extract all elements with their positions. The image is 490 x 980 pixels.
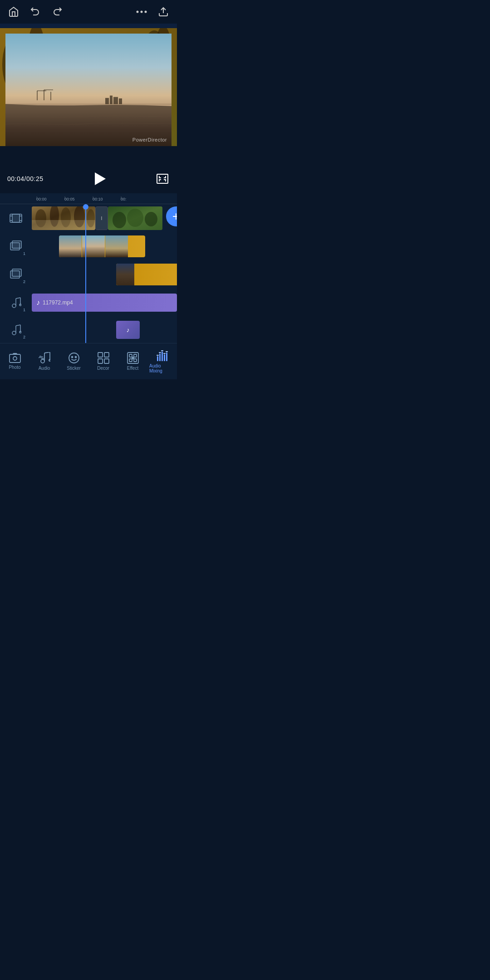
svg-rect-65 [98, 359, 103, 363]
overlay1-track-icon: 1 [5, 235, 27, 258]
forest-clip[interactable] [32, 206, 95, 230]
svg-rect-70 [129, 359, 132, 362]
audio-mixing-icon [157, 350, 168, 362]
tab-decor-label: Decor [97, 366, 109, 371]
audio1-track-icon: 1 [5, 291, 27, 314]
undo-button[interactable] [29, 5, 42, 18]
svg-rect-42 [12, 269, 21, 276]
svg-point-38 [145, 212, 157, 226]
green-clip[interactable] [108, 206, 162, 230]
svg-point-62 [75, 357, 76, 358]
main-track-clips: I [32, 206, 177, 230]
svg-rect-73 [157, 356, 158, 361]
top-bar-left [7, 5, 64, 18]
main-video-track[interactable]: I [32, 204, 177, 232]
svg-point-0 [137, 11, 139, 13]
audio-clip-1[interactable]: ♪ 117972.mp4 [32, 294, 177, 312]
audio1-badge: 1 [23, 308, 25, 312]
ruler-mark-10: 00:10 [93, 197, 121, 201]
bottom-nav: Photo Audio Stic [0, 343, 177, 379]
tab-photo[interactable]: Photo [0, 343, 29, 379]
time-display: 00:04/00:25 [7, 175, 43, 182]
tab-effect[interactable]: Effect [118, 343, 147, 379]
audio-filename: 117972.mp4 [43, 299, 73, 306]
svg-rect-14 [113, 97, 118, 104]
svg-rect-64 [104, 353, 109, 357]
timeline-ruler: 00:00 00:05 00:10 00: [0, 193, 177, 204]
tab-audio-label: Audio [39, 366, 50, 371]
audio-track-2[interactable]: 2 ♪ [32, 317, 177, 343]
svg-point-2 [145, 11, 147, 13]
ruler-mark-0: 00:00 [36, 197, 64, 201]
overlay2-badge: 2 [23, 279, 25, 284]
fullscreen-button[interactable] [155, 172, 170, 186]
svg-rect-12 [105, 98, 109, 104]
export-button[interactable] [157, 5, 170, 18]
overlay-track-1[interactable]: 1 [32, 232, 177, 260]
svg-rect-79 [159, 352, 161, 353]
svg-rect-78 [157, 355, 159, 356]
svg-point-36 [113, 212, 126, 228]
photo-icon [9, 353, 21, 363]
ruler-mark-15: 00: [121, 197, 149, 201]
svg-rect-69 [134, 354, 137, 357]
overlay-track-2[interactable]: 2 [32, 260, 177, 289]
redo-button[interactable] [51, 5, 64, 18]
svg-rect-74 [159, 353, 161, 361]
overlay-clip-2[interactable] [116, 264, 177, 285]
svg-rect-75 [162, 352, 163, 361]
svg-line-57 [44, 352, 50, 353]
svg-rect-53 [10, 354, 20, 363]
svg-point-1 [141, 11, 143, 13]
ruler-marks: 00:00 00:05 00:10 00: [36, 197, 177, 201]
tab-audio-mixing[interactable]: Audio Mixing [147, 343, 177, 379]
svg-rect-77 [166, 353, 167, 361]
svg-point-60 [69, 353, 79, 363]
video-background: PowerDirector [0, 28, 177, 146]
below-video-spacer [0, 146, 177, 164]
main-track-icon [5, 207, 27, 230]
svg-point-43 [12, 304, 16, 308]
top-bar-right [135, 5, 170, 18]
playback-controls: 00:04/00:25 [0, 164, 177, 193]
timeline-area: 00:00 00:05 00:10 00: [0, 193, 177, 343]
audio-track-1[interactable]: 1 ♪ 117972.mp4 [32, 289, 177, 317]
video-watermark: PowerDirector [132, 137, 167, 142]
audio-note-1: ♪ [36, 299, 40, 307]
svg-rect-81 [163, 353, 166, 354]
tab-photo-label: Photo [9, 365, 20, 370]
tab-sticker[interactable]: Sticker [59, 343, 88, 379]
tab-effect-label: Effect [127, 366, 138, 371]
svg-point-72 [132, 357, 134, 359]
svg-rect-68 [129, 354, 132, 357]
audio2-badge: 2 [23, 335, 25, 339]
tab-audio-mixing-label: Audio Mixing [149, 363, 175, 373]
sticker-icon [68, 352, 80, 364]
svg-point-55 [41, 359, 44, 363]
svg-point-37 [127, 209, 143, 227]
tab-sticker-label: Sticker [67, 366, 81, 371]
svg-line-50 [16, 325, 20, 326]
svg-rect-71 [134, 359, 137, 362]
timeline-tracks: I [0, 204, 177, 343]
play-button[interactable] [89, 169, 109, 189]
video-main-frame: PowerDirector [5, 34, 172, 146]
audio-note-2: ♪ [127, 326, 130, 333]
overlay-clip-1[interactable] [59, 235, 145, 257]
tab-decor[interactable]: Decor [88, 343, 118, 379]
svg-rect-80 [161, 350, 163, 351]
tab-audio[interactable]: Audio [29, 343, 59, 379]
add-clip-button[interactable]: + [166, 206, 177, 226]
audio-clip-2[interactable]: ♪ [116, 321, 140, 339]
svg-rect-82 [166, 351, 168, 352]
more-options-button[interactable] [135, 5, 148, 18]
video-preview-area: PowerDirector [0, 24, 177, 146]
svg-line-45 [16, 298, 20, 299]
ruler-mark-5: 00:05 [64, 197, 93, 201]
clip-transition[interactable]: I [95, 206, 108, 230]
svg-rect-34 [32, 220, 95, 230]
svg-rect-15 [119, 98, 122, 104]
home-button[interactable] [7, 5, 20, 18]
svg-rect-63 [98, 353, 103, 357]
svg-rect-27 [12, 214, 20, 222]
